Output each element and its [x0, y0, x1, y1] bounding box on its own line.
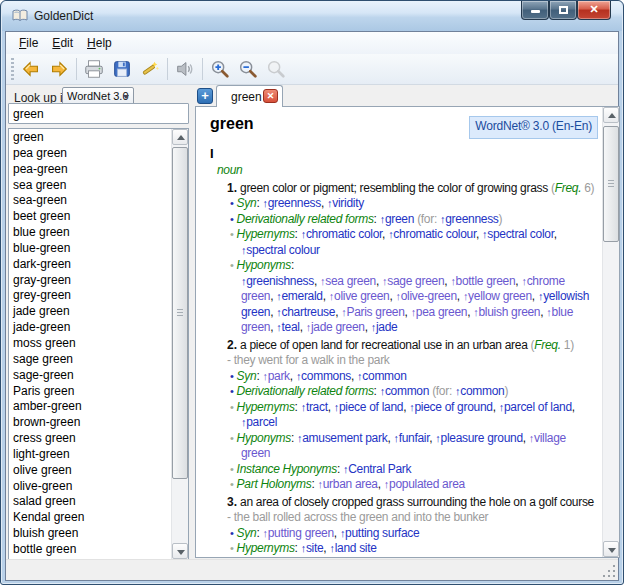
article-link[interactable]: ↑olive-green	[396, 289, 457, 303]
article-link[interactable]: ↑park	[262, 369, 289, 383]
article-link[interactable]: ↑pleasure ground	[435, 431, 522, 445]
tab-close-button[interactable]: ✕	[263, 89, 278, 103]
article-link[interactable]: ↑sage green	[382, 274, 444, 288]
minimize-button[interactable]	[521, 1, 549, 20]
list-item[interactable]: sage-green	[9, 368, 171, 384]
list-item[interactable]: green	[9, 130, 171, 146]
article-link[interactable]: ↑jade green	[306, 320, 365, 334]
list-item[interactable]: grey-green	[9, 288, 171, 304]
article-link[interactable]: ↑putting surface	[340, 526, 419, 540]
list-item[interactable]: gray-green	[9, 273, 171, 289]
article-link[interactable]: ↑common	[380, 384, 429, 398]
article-link[interactable]: ↑viridity	[327, 196, 364, 210]
list-item[interactable]: jade-green	[9, 320, 171, 336]
menu-edit[interactable]: Edit	[45, 35, 80, 51]
article-link[interactable]: ↑putting green	[262, 526, 333, 540]
scroll-down-button[interactable]	[603, 541, 619, 557]
article-link[interactable]: ↑bottle green	[450, 274, 515, 288]
content-scrollbar[interactable]	[602, 107, 619, 557]
article-link[interactable]: ↑greenness	[262, 196, 321, 210]
scroll-up-button[interactable]	[603, 107, 619, 123]
wordlist-scrollbar[interactable]	[171, 129, 188, 559]
article-link[interactable]: ↑chromatic colour	[388, 227, 476, 241]
list-item[interactable]: brown-green	[9, 415, 171, 431]
article-link[interactable]: ↑chartreuse	[276, 305, 335, 319]
article-link[interactable]: ↑emerald	[276, 289, 322, 303]
list-item[interactable]: pea-green	[9, 162, 171, 178]
zoom-original-button[interactable]	[262, 56, 290, 82]
article-link[interactable]: ↑urban area	[317, 477, 377, 491]
list-item[interactable]: Paris green	[9, 384, 171, 400]
article-link[interactable]: ↑common	[357, 369, 406, 383]
content-scroll-thumb[interactable]	[603, 126, 619, 242]
list-item[interactable]: bottle green	[9, 542, 171, 558]
list-item[interactable]: olive-green	[9, 479, 171, 495]
list-item[interactable]: Kendal green	[9, 510, 171, 526]
forward-button[interactable]	[45, 56, 73, 82]
article-link[interactable]: ↑parcel of land	[499, 400, 572, 414]
scroll-up-button[interactable]	[172, 129, 188, 145]
list-item[interactable]: pea green	[9, 146, 171, 162]
zoom-out-button[interactable]	[234, 56, 262, 82]
list-item[interactable]: sage green	[9, 352, 171, 368]
tab-green[interactable]: green ✕	[216, 85, 283, 107]
article-link[interactable]: ↑teal	[276, 320, 299, 334]
article-link[interactable]: ↑chromatic color	[301, 227, 382, 241]
list-item[interactable]: sea-green	[9, 193, 171, 209]
list-item[interactable]: cress green	[9, 431, 171, 447]
article-link[interactable]: ↑pea green	[411, 305, 468, 319]
close-button[interactable]: ✕	[577, 1, 611, 20]
article-link[interactable]: ↑populated area	[384, 477, 465, 491]
scan-popup-button[interactable]	[136, 56, 164, 82]
article-link[interactable]: ↑spectral colour	[241, 243, 320, 257]
article-link[interactable]: ↑Central Park	[343, 462, 411, 476]
article-link[interactable]: ↑amusement park	[297, 431, 387, 445]
list-item[interactable]: olive green	[9, 463, 171, 479]
article-link[interactable]: ↑common	[455, 384, 504, 398]
menu-file[interactable]: File	[12, 35, 45, 51]
search-input[interactable]	[8, 103, 189, 124]
article-link[interactable]: ↑tract	[301, 400, 328, 414]
article-link[interactable]: ↑sea green	[320, 274, 376, 288]
article-link[interactable]: ↑jade	[371, 320, 398, 334]
resize-grip[interactable]	[603, 565, 616, 578]
save-button[interactable]	[108, 56, 136, 82]
dictionary-badge[interactable]: WordNet® 3.0 (En-En)	[469, 116, 598, 139]
article-link[interactable]: ↑commons	[296, 369, 351, 383]
scroll-down-button[interactable]	[172, 543, 188, 559]
article-link[interactable]: ↑piece of ground	[409, 400, 492, 414]
article-link[interactable]: ↑spectral color	[482, 227, 554, 241]
article-link[interactable]: ↑greenness	[440, 212, 499, 226]
article-link[interactable]: ↑greenishness	[241, 274, 314, 288]
list-item[interactable]: bluish green	[9, 526, 171, 542]
article-link[interactable]: ↑links course	[384, 557, 449, 558]
article-link[interactable]: ↑funfair	[393, 431, 429, 445]
print-button[interactable]	[80, 56, 108, 82]
list-item[interactable]: sea green	[9, 178, 171, 194]
list-item[interactable]: blue-green	[9, 241, 171, 257]
list-item[interactable]: jade green	[9, 304, 171, 320]
article-link[interactable]: ↑yellow green	[463, 289, 532, 303]
toolbar-drag-handle[interactable]	[11, 58, 14, 80]
list-item[interactable]: dark-green	[9, 257, 171, 273]
article-link[interactable]: ↑piece of land	[334, 400, 403, 414]
article-link[interactable]: ↑Paris green	[341, 305, 404, 319]
title-bar[interactable]: GoldenDict ✕	[2, 1, 622, 31]
list-item[interactable]: moss green	[9, 336, 171, 352]
list-item[interactable]: beet green	[9, 209, 171, 225]
article-link[interactable]: ↑bluish green	[473, 305, 540, 319]
list-item[interactable]: light-green	[9, 447, 171, 463]
article-link[interactable]: ↑parcel	[241, 415, 277, 429]
article-link[interactable]: ↑green	[380, 212, 414, 226]
article-link[interactable]: ↑golf course	[317, 557, 378, 558]
article-link[interactable]: ↑olive green	[329, 289, 390, 303]
maximize-button[interactable]	[549, 1, 577, 20]
zoom-in-button[interactable]	[206, 56, 234, 82]
article-link[interactable]: ↑site	[301, 541, 324, 555]
back-button[interactable]	[17, 56, 45, 82]
menu-help[interactable]: Help	[80, 35, 119, 51]
add-tab-button[interactable]: +	[197, 88, 213, 104]
list-item[interactable]: blue green	[9, 225, 171, 241]
article-link[interactable]: ↑land site	[329, 541, 376, 555]
wordlist-scroll-thumb[interactable]	[172, 147, 188, 479]
